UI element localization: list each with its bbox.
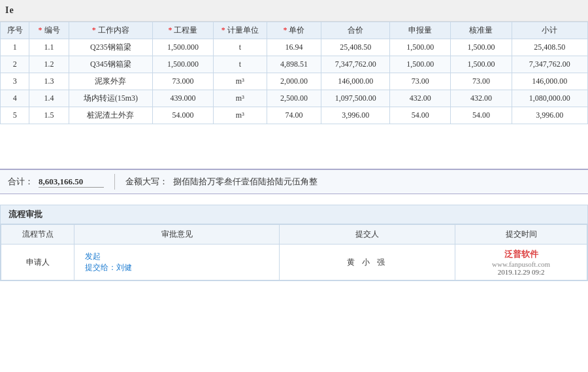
cell-seq: 1 [1, 39, 29, 56]
cell-work: Q235钢箱梁 [69, 39, 152, 56]
cell-work: 桩泥渣土外弃 [69, 107, 152, 124]
summary-label: 合计： [8, 176, 33, 188]
col-header-subtotal: 小计 [512, 22, 588, 39]
summary-amount-label: 金额大写： [125, 176, 168, 188]
table-row: 31.3泥浆外弃73.000m³2,000.00146,000.0073.007… [1, 73, 588, 90]
approval-node-cell: 申请人 [1, 245, 74, 280]
summary-amount-value: 捌佰陆拾万零叁仟壹佰陆拾陆元伍角整 [173, 176, 318, 188]
summary-amount-item: 金额大写： 捌佰陆拾万零叁仟壹佰陆拾陆元伍角整 [118, 176, 325, 188]
approval-col-submitter: 提交人 [280, 225, 455, 245]
cell-work: Q345钢箱梁 [69, 56, 152, 73]
cell-qty: 54.000 [152, 107, 213, 124]
table-row: 51.5桩泥渣土外弃54.000m³74.003,996.0054.0054.0… [1, 107, 588, 124]
cell-seq: 5 [1, 107, 29, 124]
cell-declared: 432.00 [390, 90, 451, 107]
col-header-work: * 工作内容 [69, 22, 152, 39]
cell-declared: 1,500.00 [390, 39, 451, 56]
cell-code: 1.5 [29, 107, 69, 124]
cell-price: 2,500.00 [267, 90, 321, 107]
approval-opinion-line2: 提交给：刘健 [85, 262, 272, 273]
cell-approved: 1,500.00 [451, 39, 512, 56]
cell-price: 74.00 [267, 107, 321, 124]
approval-submitter-cell: 黄 小 强 [280, 245, 455, 280]
summary-total-item: 合计： 8,603,166.50 [0, 176, 112, 188]
approval-table: 流程节点 审批意见 提交人 提交时间 申请人 发起 提交给：刘健 黄 小 强 [1, 224, 587, 280]
spacer [0, 124, 588, 163]
approval-col-time: 提交时间 [455, 225, 587, 245]
table-row: 21.2Q345钢箱梁1,500.000t4,898.517,347,762.0… [1, 56, 588, 73]
approval-row: 申请人 发起 提交给：刘健 黄 小 强 泛普软件 www.fanpusoft.c… [1, 245, 587, 280]
cell-approved: 432.00 [451, 90, 512, 107]
cell-price: 2,000.00 [267, 73, 321, 90]
cell-unit: m³ [214, 73, 267, 90]
cell-unit: m³ [214, 107, 267, 124]
cell-seq: 4 [1, 90, 29, 107]
approval-title: 流程审批 [1, 205, 587, 224]
cell-work: 场内转运(15m3) [69, 90, 152, 107]
col-header-price: * 单价 [267, 22, 321, 39]
cell-code: 1.2 [29, 56, 69, 73]
cell-qty: 439.000 [152, 90, 213, 107]
cell-code: 1.4 [29, 90, 69, 107]
cell-unit: t [214, 39, 267, 56]
approval-col-node: 流程节点 [1, 225, 74, 245]
col-header-total: 合价 [321, 22, 390, 39]
cell-qty: 1,500.000 [152, 56, 213, 73]
cell-total: 1,097,500.00 [321, 90, 390, 107]
approval-logo-brand: 泛普软件 [462, 248, 580, 260]
cell-unit: m³ [214, 90, 267, 107]
approval-header-row: 流程节点 审批意见 提交人 提交时间 [1, 225, 587, 245]
cell-declared: 54.00 [390, 107, 451, 124]
main-content: 序号 * 编号 * 工作内容 * 工程量 * 计量单位 * 单价 合价 申报量 … [0, 22, 588, 281]
cell-code: 1.1 [29, 39, 69, 56]
cell-subtotal: 146,000.00 [512, 73, 588, 90]
cell-approved: 54.00 [451, 107, 512, 124]
cell-total: 3,996.00 [321, 107, 390, 124]
approval-opinion-give-link[interactable]: 提交给：刘健 [85, 263, 132, 272]
summary-value: 8,603,166.50 [39, 177, 104, 188]
cell-qty: 1,500.000 [152, 39, 213, 56]
table-header-row: 序号 * 编号 * 工作内容 * 工程量 * 计量单位 * 单价 合价 申报量 … [1, 22, 588, 39]
col-header-approved: 核准量 [451, 22, 512, 39]
cell-approved: 1,500.00 [451, 56, 512, 73]
cell-qty: 73.000 [152, 73, 213, 90]
data-table: 序号 * 编号 * 工作内容 * 工程量 * 计量单位 * 单价 合价 申报量 … [0, 22, 588, 124]
cell-subtotal: 7,347,762.00 [512, 56, 588, 73]
approval-opinion-cell: 发起 提交给：刘健 [74, 245, 280, 280]
approval-time-date: 2019.12.29 09:2 [462, 268, 580, 276]
cell-price: 4,898.51 [267, 56, 321, 73]
cell-subtotal: 3,996.00 [512, 107, 588, 124]
cell-unit: t [214, 56, 267, 73]
cell-price: 16.94 [267, 39, 321, 56]
cell-approved: 73.00 [451, 73, 512, 90]
summary-divider [114, 174, 115, 190]
top-bar: Ie [0, 0, 588, 22]
col-header-declared: 申报量 [390, 22, 451, 39]
approval-col-opinion: 审批意见 [74, 225, 280, 245]
approval-logo-website: www.fanpusoft.com [462, 260, 580, 268]
cell-seq: 2 [1, 56, 29, 73]
cell-total: 25,408.50 [321, 39, 390, 56]
brand-label: Ie [5, 5, 14, 16]
col-header-seq: 序号 [1, 22, 29, 39]
cell-declared: 73.00 [390, 73, 451, 90]
cell-code: 1.3 [29, 73, 69, 90]
approval-section: 流程审批 流程节点 审批意见 提交人 提交时间 申请人 发起 提交给：刘健 [0, 205, 588, 281]
cell-total: 146,000.00 [321, 73, 390, 90]
table-row: 41.4场内转运(15m3)439.000m³2,500.001,097,500… [1, 90, 588, 107]
approval-time-cell: 泛普软件 www.fanpusoft.com 2019.12.29 09:2 [455, 245, 587, 280]
cell-subtotal: 1,080,000.00 [512, 90, 588, 107]
col-header-qty: * 工程量 [152, 22, 213, 39]
approval-opinion-line1[interactable]: 发起 [85, 251, 272, 262]
summary-bar: 合计： 8,603,166.50 金额大写： 捌佰陆拾万零叁仟壹佰陆拾陆元伍角整 [0, 169, 588, 194]
cell-total: 7,347,762.00 [321, 56, 390, 73]
cell-seq: 3 [1, 73, 29, 90]
cell-subtotal: 25,408.50 [512, 39, 588, 56]
cell-declared: 1,500.00 [390, 56, 451, 73]
col-header-unit: * 计量单位 [214, 22, 267, 39]
cell-work: 泥浆外弃 [69, 73, 152, 90]
table-row: 11.1Q235钢箱梁1,500.000t16.9425,408.501,500… [1, 39, 588, 56]
col-header-code: * 编号 [29, 22, 69, 39]
